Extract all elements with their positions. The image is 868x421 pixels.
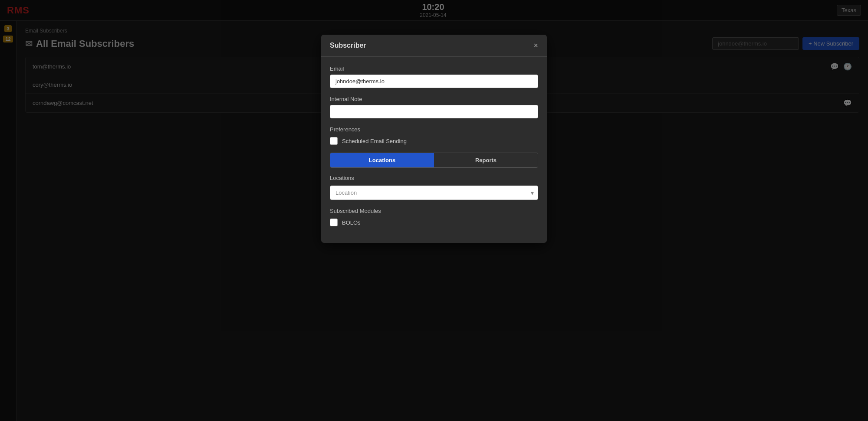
location-select-wrapper: Location ▾ (330, 186, 538, 200)
bolos-checkbox[interactable] (330, 219, 338, 226)
modal-header: Subscriber × (321, 35, 547, 57)
locations-group: Locations Location ▾ (330, 175, 538, 200)
tab-reports[interactable]: Reports (434, 153, 538, 167)
locations-section-label: Locations (330, 175, 538, 181)
scheduled-email-label: Scheduled Email Sending (342, 138, 407, 144)
modal-title: Subscriber (330, 42, 366, 49)
bolos-row: BOLOs (330, 219, 538, 226)
modal-body: Email Internal Note Preferences Schedule… (321, 57, 547, 243)
email-form-group: Email (330, 65, 538, 88)
preferences-group: Preferences Scheduled Email Sending (330, 126, 538, 145)
bolos-label: BOLOs (342, 219, 361, 226)
email-label: Email (330, 65, 538, 72)
tab-locations[interactable]: Locations (330, 153, 434, 167)
scheduled-email-checkbox[interactable] (330, 137, 338, 145)
preferences-label: Preferences (330, 126, 538, 133)
tab-group: Locations Reports (330, 153, 538, 168)
email-field[interactable] (330, 75, 538, 88)
modal-overlay: Subscriber × Email Internal Note Prefere… (0, 0, 868, 421)
internal-note-field[interactable] (330, 105, 538, 118)
subscriber-modal: Subscriber × Email Internal Note Prefere… (321, 35, 547, 243)
location-select[interactable]: Location (330, 186, 538, 200)
subscribed-modules-label: Subscribed Modules (330, 208, 538, 214)
subscribed-modules-group: Subscribed Modules BOLOs (330, 208, 538, 226)
internal-note-label: Internal Note (330, 96, 538, 102)
scheduled-email-row: Scheduled Email Sending (330, 137, 538, 145)
internal-note-form-group: Internal Note (330, 96, 538, 118)
modal-close-button[interactable]: × (533, 42, 538, 49)
